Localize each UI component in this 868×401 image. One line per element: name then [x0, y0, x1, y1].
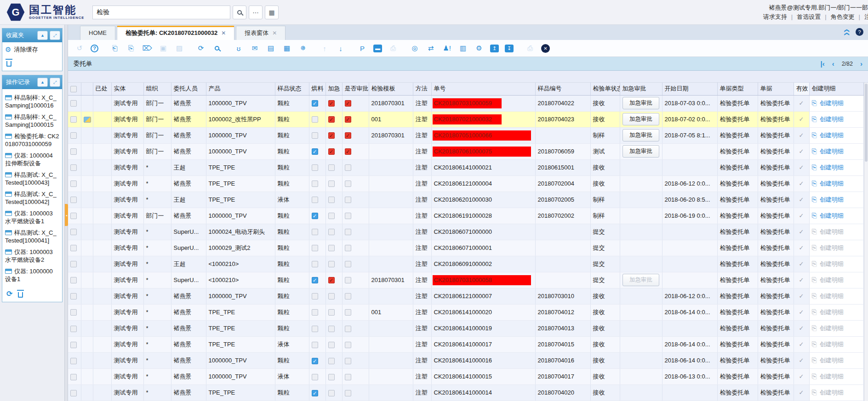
form-view-icon[interactable]: ▤ — [266, 43, 276, 53]
column-header-14[interactable]: 样品编号 — [535, 83, 590, 95]
person-alert-icon[interactable]: ♟! — [442, 43, 452, 53]
baking-checkbox[interactable]: ✓ — [312, 277, 318, 283]
create-detail-button[interactable]: ⎘创建明细 — [812, 228, 861, 236]
search-icon[interactable] — [212, 43, 222, 53]
history-item[interactable]: 检验委托单: CK201807031000059 — [5, 132, 60, 148]
baking-checkbox[interactable] — [312, 132, 318, 139]
create-detail-button[interactable]: ⎘创建明细 — [812, 292, 861, 300]
help-icon[interactable]: ? — [91, 45, 98, 52]
collapse-panel-button[interactable]: ▲ — [37, 78, 48, 87]
column-header-16[interactable]: 加急审批 — [620, 83, 662, 95]
column-header-20[interactable]: 有效 — [794, 83, 809, 95]
tab-close-icon[interactable]: ✕ — [272, 30, 277, 36]
refresh-icon[interactable]: ⟳ — [196, 43, 206, 53]
table-row[interactable]: 测试专用*褚燕景TPE_TPE颗粒注塑CK2018061410000192018… — [68, 320, 863, 336]
prev-page-icon[interactable]: ‹ — [832, 60, 834, 68]
copy-icon[interactable]: ⎘ — [126, 43, 136, 53]
table-row[interactable]: 测试专用*SuperU...1000029_测试2颗粒注塑CK201806071… — [68, 240, 863, 256]
column-header-12[interactable]: 方法 — [413, 83, 431, 95]
save-as-icon[interactable]: ▨ — [174, 43, 184, 53]
urgent-approve-button[interactable]: 加急审批 — [622, 113, 659, 125]
urgent-checkbox[interactable] — [328, 374, 335, 380]
history-item[interactable]: 仪器: 1000003 水平燃烧设备2 — [5, 248, 60, 264]
trash-icon[interactable] — [6, 61, 11, 67]
table-row[interactable]: 测试专用*褚燕景TPE_TPE颗粒✓注塑CK201806141000014201… — [68, 384, 863, 401]
column-header-21[interactable]: 创建明细 — [809, 83, 863, 95]
column-header-13[interactable]: 单号 — [431, 83, 535, 95]
history-item[interactable]: 样品测试: X_C_Tested[1000043] — [5, 171, 60, 186]
top-link-0[interactable]: 请求支持 — [763, 13, 787, 20]
urgent-checkbox[interactable] — [328, 309, 335, 316]
approved-checkbox[interactable] — [345, 213, 351, 219]
stamp-icon[interactable]: ⎙ — [525, 43, 535, 53]
row-select-checkbox[interactable] — [70, 132, 77, 139]
urgent-checkbox[interactable] — [328, 164, 335, 171]
scrollbar-thumb[interactable] — [865, 84, 868, 162]
approved-checkbox[interactable] — [345, 374, 351, 380]
approved-checkbox[interactable] — [345, 390, 351, 396]
row-select-checkbox[interactable] — [70, 116, 77, 123]
urgent-checkbox[interactable] — [328, 358, 335, 364]
urgent-approve-button[interactable]: 加急审批 — [622, 274, 659, 286]
baking-checkbox[interactable]: ✓ — [312, 148, 318, 155]
approved-checkbox[interactable] — [345, 229, 351, 235]
approved-checkbox[interactable]: ✓ — [345, 100, 351, 107]
baking-checkbox[interactable] — [312, 245, 318, 251]
urgent-checkbox[interactable] — [328, 197, 335, 203]
baking-checkbox[interactable]: ✓ — [312, 390, 318, 396]
row-select-checkbox[interactable] — [70, 342, 77, 348]
table-row[interactable]: 测试专用*褚燕景1000000_TPV液体注塑CK201806141000015… — [68, 368, 863, 384]
table-row[interactable]: 测试专用*王超TPE_TPE颗粒注塑CK20180614100002120180… — [68, 159, 863, 175]
urgent-checkbox[interactable] — [328, 326, 335, 332]
splitter-collapse-handle[interactable]: ◂ — [65, 204, 68, 226]
baking-checkbox[interactable] — [312, 309, 318, 316]
archive-icon[interactable]: ▬ — [373, 45, 382, 52]
magic-wand-icon[interactable]: ✵ — [298, 43, 308, 53]
table-row[interactable]: 测试专用部门一褚燕景1000000_TPV颗粒✓✓2018070301注塑CK2… — [68, 127, 863, 143]
expand-panel-button[interactable]: ⤢ — [50, 31, 60, 40]
column-header-3[interactable]: 实体 — [111, 83, 143, 95]
approved-checkbox[interactable] — [345, 309, 351, 316]
baking-checkbox[interactable] — [312, 261, 318, 267]
apps-grid-button[interactable]: ▦ — [265, 6, 279, 19]
collapse-panel-button[interactable]: ▲ — [37, 31, 48, 40]
baking-checkbox[interactable] — [312, 164, 318, 171]
column-header-19[interactable]: 单据 — [758, 83, 794, 95]
column-header-6[interactable]: 产品 — [206, 83, 275, 95]
create-detail-button[interactable]: ⎘创建明细 — [812, 244, 861, 252]
urgent-checkbox[interactable] — [328, 245, 335, 251]
download-icon[interactable]: ↓ — [336, 43, 346, 53]
create-detail-button[interactable]: ⎘创建明细 — [812, 131, 861, 140]
baking-checkbox[interactable]: ✓ — [312, 213, 318, 219]
row-select-checkbox[interactable] — [70, 100, 77, 107]
table-row[interactable]: 测试专用*王超<1000210>颗粒注塑CK201806091000002提交检… — [68, 256, 863, 272]
create-detail-button[interactable]: ⎘创建明细 — [812, 324, 861, 333]
block-icon[interactable]: ✕ — [541, 44, 550, 53]
create-detail-button[interactable]: ⎘创建明细 — [812, 260, 861, 268]
print-icon[interactable]: ⎙ — [388, 43, 398, 53]
table-row[interactable]: 测试专用*褚燕景TPE_TPE液体注塑CK2018061410000172018… — [68, 336, 863, 352]
table-row[interactable]: 测试专用部门一褚燕景1000000_TPV颗粒✓✓✓2018070301注塑CK… — [68, 95, 863, 111]
settings-gear-icon[interactable]: ⚙ — [474, 43, 484, 53]
table-grid-icon[interactable]: ▦ — [282, 43, 292, 53]
baking-checkbox[interactable]: ✓ — [312, 358, 318, 364]
table-row[interactable]: 测试专用*褚燕景1000000_TPV颗粒注塑CK201806121000007… — [68, 288, 863, 304]
comment-icon[interactable]: ✉ — [250, 43, 260, 53]
column-header-4[interactable]: 组织 — [143, 83, 171, 95]
approved-checkbox[interactable] — [345, 197, 351, 203]
urgent-checkbox[interactable]: ✓ — [328, 148, 335, 155]
urgent-checkbox[interactable] — [328, 261, 335, 267]
trash-icon[interactable] — [18, 292, 23, 298]
row-select-checkbox[interactable] — [70, 390, 77, 396]
baking-checkbox[interactable] — [312, 197, 318, 203]
urgent-approve-button[interactable]: 加急审批 — [622, 97, 659, 109]
table-row[interactable]: 测试专用*褚燕景1000000_TPV颗粒✓注塑CK20180614100001… — [68, 352, 863, 368]
top-link-3[interactable]: 注销 — [864, 13, 868, 20]
urgent-approve-button[interactable]: 加急审批 — [622, 129, 659, 141]
column-header-7[interactable]: 样品状态 — [275, 83, 309, 95]
approved-checkbox[interactable] — [345, 181, 351, 187]
row-select-checkbox[interactable] — [70, 374, 77, 380]
baking-checkbox[interactable] — [312, 374, 318, 380]
row-select-checkbox[interactable] — [70, 277, 77, 283]
urgent-checkbox[interactable] — [328, 293, 335, 299]
